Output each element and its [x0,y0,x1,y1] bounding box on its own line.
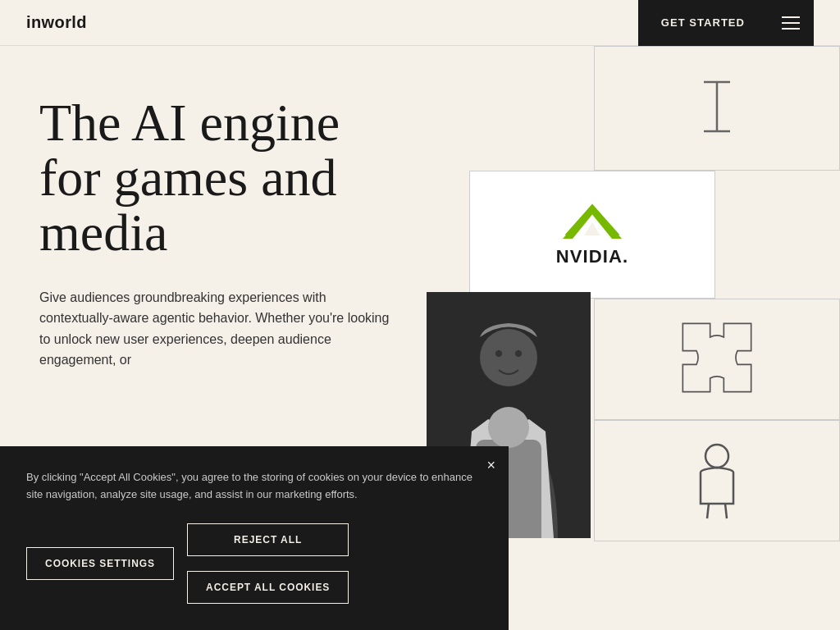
menu-line-1 [782,16,800,18]
svg-point-10 [705,445,728,468]
svg-point-9 [515,350,522,357]
person-icon-box [594,420,840,541]
hero-title: The AI engine for games and media [39,95,395,261]
nvidia-logo: NVIDIA. [556,202,628,267]
svg-line-11 [707,504,709,518]
cookie-close-button[interactable]: × [486,458,495,472]
menu-button[interactable] [768,0,814,46]
main-content: The AI engine for games and media Give a… [0,46,840,630]
accept-all-cookies-button[interactable]: ACCEPT ALL COOKIES [187,571,349,604]
svg-point-8 [495,350,502,357]
cookie-button-group-right: REJECT ALL ACCEPT ALL COOKIES [187,523,349,604]
cookie-banner: × By clicking "Accept All Cookies", you … [0,446,509,630]
menu-line-3 [782,28,800,30]
nvidia-box: NVIDIA. [469,171,715,299]
logo: inworld [26,13,87,32]
cursor-box [594,46,840,171]
cookie-button-row-1: COOKIES SETTINGS REJECT ALL ACCEPT ALL C… [26,523,482,604]
puzzle-icon [676,317,758,402]
hero-description: Give audiences groundbreaking experience… [39,287,395,371]
cookie-text: By clicking "Accept All Cookies", you ag… [26,469,482,504]
nvidia-eye-icon [559,202,625,243]
reject-all-button[interactable]: REJECT ALL [187,523,349,556]
header: inworld GET STARTED [0,0,840,46]
person-silhouette-icon [684,438,750,523]
svg-line-12 [725,504,727,518]
cookies-settings-button[interactable]: COOKIES SETTINGS [26,547,174,580]
svg-point-7 [480,329,537,386]
cursor-icon [684,74,750,143]
nvidia-text: NVIDIA. [556,246,628,267]
puzzle-box [594,299,840,420]
get-started-button[interactable]: GET STARTED [638,0,768,46]
header-actions: GET STARTED [638,0,814,46]
menu-line-2 [782,22,800,24]
